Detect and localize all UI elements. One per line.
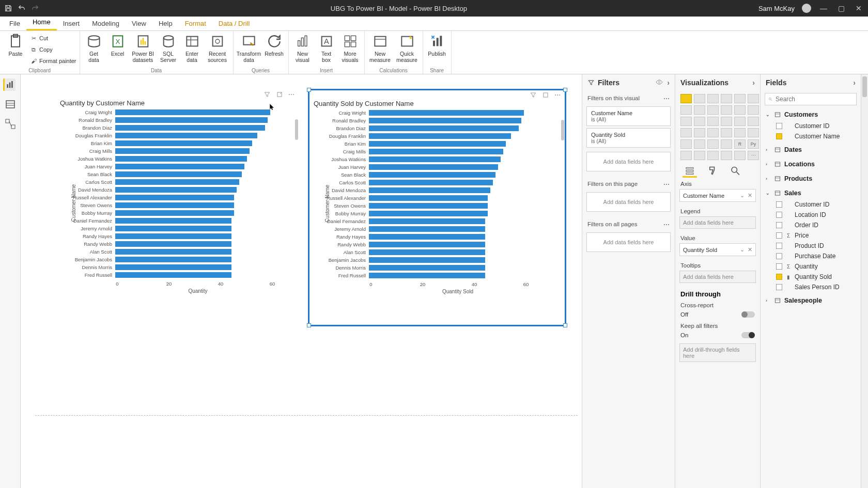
viz-type-cell[interactable] — [707, 94, 719, 103]
viz-type-cell[interactable] — [734, 128, 746, 137]
tab-format[interactable]: Format — [179, 18, 212, 30]
tab-modeling[interactable]: Modeling — [86, 18, 126, 30]
table-customers[interactable]: ⌄Customers — [765, 108, 857, 121]
visual-quantity[interactable]: ⋯ Quantity by Customer Name Customer Nam… — [56, 90, 299, 322]
resize-handle[interactable] — [563, 323, 567, 327]
chart-scrollbar[interactable] — [561, 120, 564, 140]
chart-bar-row[interactable]: Sean Black — [320, 171, 562, 179]
recent-sources-button[interactable]: Recent sources — [205, 32, 230, 63]
field-customer-name[interactable]: Customer Name — [765, 131, 857, 141]
maximize-button[interactable]: ▢ — [836, 4, 846, 12]
bar[interactable] — [115, 140, 252, 146]
chart-bar-row[interactable]: Randy Hayes — [320, 233, 562, 241]
viz-type-cell[interactable] — [734, 151, 746, 160]
more-icon[interactable]: ⋯ — [663, 95, 670, 102]
focus-icon[interactable] — [542, 91, 549, 99]
chart-bar-row[interactable]: Russell Alexander — [320, 195, 562, 202]
viz-type-cell[interactable] — [748, 117, 759, 126]
viz-type-cell[interactable] — [694, 151, 705, 160]
vertical-scrollbar[interactable] — [861, 74, 868, 488]
user-label[interactable]: Sam McKay — [758, 5, 795, 12]
bar[interactable] — [115, 179, 239, 185]
chevron-down-icon[interactable]: ⌄ — [740, 192, 745, 199]
chart-bar-row[interactable]: Benjamin Jacobs — [320, 257, 562, 264]
viz-type-cell[interactable] — [694, 128, 705, 137]
field-checkbox[interactable] — [776, 274, 782, 280]
bar[interactable] — [369, 273, 485, 278]
bar[interactable] — [369, 110, 524, 116]
chart-bar-row[interactable]: Daniel Fernandez — [320, 218, 562, 225]
viz-type-cell[interactable] — [694, 94, 705, 103]
new-measure-button[interactable]: New measure — [368, 32, 393, 63]
filter-card[interactable]: Quantity Soldis (All) — [586, 128, 671, 148]
chart-bar-row[interactable]: Brandon Diaz — [320, 125, 562, 132]
field-checkbox[interactable] — [776, 253, 782, 259]
undo-icon[interactable] — [18, 4, 26, 12]
chart-bar-row[interactable]: Douglas Franklin — [66, 132, 296, 139]
viz-type-cell[interactable]: ⋯ — [748, 151, 759, 160]
viz-type-cell[interactable] — [721, 128, 732, 137]
viz-type-cell[interactable] — [734, 105, 746, 115]
chart-bar-row[interactable]: Bobby Murray — [66, 210, 296, 217]
publish-button[interactable]: Publish — [426, 32, 448, 57]
drill-through-well[interactable]: Add drill-through fields here — [679, 343, 756, 362]
viz-type-cell[interactable] — [694, 105, 705, 115]
bar[interactable] — [369, 211, 488, 216]
field-sales-person-id[interactable]: Sales Person ID — [765, 282, 857, 292]
resize-handle[interactable] — [307, 88, 311, 92]
chart-bar-row[interactable]: David Mendoza — [66, 186, 296, 194]
tab-data-drill[interactable]: Data / Drill — [212, 18, 256, 30]
viz-type-cell[interactable] — [680, 128, 692, 137]
chart-bar-row[interactable]: Alan Scott — [66, 248, 296, 256]
bar[interactable] — [115, 210, 234, 216]
filter-dropwell[interactable]: Add data fields here — [586, 152, 671, 171]
viz-type-cell[interactable] — [694, 117, 705, 126]
minimize-button[interactable]: — — [818, 4, 829, 12]
filter-dropwell[interactable]: Add data fields here — [586, 192, 671, 212]
model-view-button[interactable] — [4, 118, 17, 130]
viz-type-cell[interactable] — [694, 139, 705, 149]
tab-home[interactable]: Home — [26, 16, 57, 30]
remove-icon[interactable]: ✕ — [748, 192, 752, 199]
viz-type-cell[interactable] — [680, 139, 692, 149]
field-checkbox[interactable] — [776, 232, 782, 239]
eye-icon[interactable] — [656, 78, 663, 86]
search-input[interactable] — [776, 96, 853, 103]
field-quantity-sold[interactable]: ▮Quantity Sold — [765, 272, 857, 282]
chart-scrollbar[interactable] — [295, 119, 298, 140]
get-data-button[interactable]: Get data — [83, 32, 105, 63]
field-product-id[interactable]: Product ID — [765, 241, 857, 251]
chart-bar-row[interactable]: Randy Webb — [320, 241, 562, 248]
bar[interactable] — [369, 125, 519, 131]
analytics-mode-button[interactable] — [728, 165, 742, 178]
tab-insert[interactable]: Insert — [57, 18, 86, 30]
viz-type-cell[interactable] — [748, 128, 759, 137]
chart-bar-row[interactable]: Steven Owens — [66, 202, 296, 209]
keep-filters-toggle[interactable] — [741, 332, 755, 338]
chart-bar-row[interactable]: Bobby Murray — [320, 210, 562, 217]
field-checkbox[interactable] — [776, 263, 782, 270]
cross-report-toggle[interactable] — [741, 311, 755, 318]
viz-type-cell[interactable] — [748, 105, 759, 115]
visual-quantity-sold[interactable]: ⋯ Quantity Sold by Customer Name Custome… — [308, 89, 566, 326]
bar[interactable] — [115, 272, 231, 278]
bar[interactable] — [369, 226, 485, 232]
pbi-datasets-button[interactable]: Power BI datasets — [131, 32, 156, 63]
quick-measure-button[interactable]: Quick measure — [395, 32, 420, 63]
viz-type-cell[interactable] — [680, 105, 692, 115]
field-checkbox[interactable] — [776, 123, 782, 129]
collapse-icon[interactable]: › — [667, 78, 670, 87]
viz-type-cell[interactable] — [707, 139, 719, 149]
chart-bar-row[interactable]: Steven Owens — [320, 202, 562, 210]
table-salespeople[interactable]: ›Salespeople — [765, 294, 857, 307]
chart-bar-row[interactable]: Ronald Bradley — [320, 117, 562, 124]
viz-type-cell[interactable] — [721, 151, 732, 160]
viz-type-cell[interactable]: R — [734, 139, 746, 149]
bar[interactable] — [369, 133, 511, 139]
field-checkbox[interactable] — [776, 201, 782, 208]
bar[interactable] — [369, 218, 485, 224]
more-icon[interactable]: ⋯ — [663, 221, 670, 228]
collapse-icon[interactable]: › — [853, 78, 856, 87]
bar[interactable] — [115, 125, 265, 131]
bar[interactable] — [115, 226, 231, 231]
